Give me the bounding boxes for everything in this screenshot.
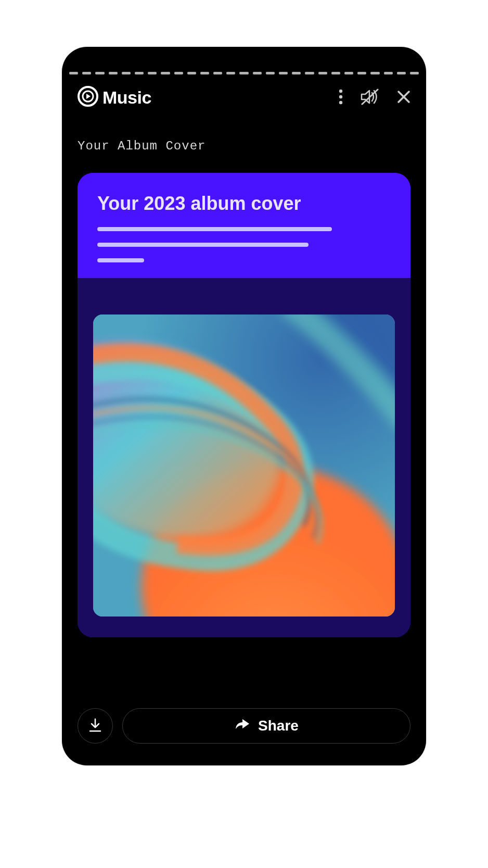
progress-segment <box>410 72 419 74</box>
more-vert-icon <box>339 89 343 106</box>
page-subtitle: Your Album Cover <box>62 114 426 157</box>
close-button[interactable] <box>397 90 410 105</box>
progress-segment <box>122 72 131 74</box>
svg-point-4 <box>339 100 342 104</box>
card-title: Your 2023 album cover <box>97 193 391 215</box>
progress-segment <box>213 72 222 74</box>
progress-segment <box>82 72 91 74</box>
progress-segment <box>161 72 170 74</box>
header: Music <box>62 74 426 114</box>
svg-point-2 <box>339 89 342 92</box>
progress-segment <box>109 72 118 74</box>
album-card: Your 2023 album cover <box>78 173 410 637</box>
progress-segment <box>174 72 183 74</box>
progress-segment <box>226 72 235 74</box>
share-button[interactable]: Share <box>122 708 410 744</box>
progress-segment <box>305 72 314 74</box>
header-actions <box>339 89 410 107</box>
app-logo[interactable]: Music <box>78 86 151 109</box>
share-arrow-icon <box>234 718 251 735</box>
progress-segment <box>397 72 406 74</box>
close-icon <box>397 90 410 105</box>
mute-button[interactable] <box>361 89 379 107</box>
progress-segment <box>344 72 353 74</box>
card-header: Your 2023 album cover <box>78 173 410 278</box>
progress-segment <box>69 72 78 74</box>
more-button[interactable] <box>339 89 343 106</box>
share-label: Share <box>258 718 299 734</box>
app-title: Music <box>102 87 151 108</box>
music-play-icon <box>78 86 98 109</box>
progress-segment <box>200 72 209 74</box>
album-cover-art[interactable] <box>93 315 395 617</box>
progress-segment <box>253 72 262 74</box>
card-body <box>78 278 410 637</box>
progress-segment <box>370 72 379 74</box>
placeholder-line <box>97 258 144 262</box>
progress-segment <box>239 72 248 74</box>
placeholder-line <box>97 243 309 247</box>
bottom-action-bar: Share <box>78 708 410 744</box>
progress-segment <box>95 72 104 74</box>
progress-segment <box>318 72 327 74</box>
download-button[interactable] <box>78 708 113 744</box>
progress-segment <box>331 72 340 74</box>
progress-segment <box>384 72 393 74</box>
progress-segment <box>266 72 275 74</box>
progress-segment <box>279 72 288 74</box>
progress-segment <box>148 72 157 74</box>
progress-segment <box>187 72 196 74</box>
progress-segment <box>292 72 301 74</box>
progress-segment <box>135 72 144 74</box>
download-icon <box>88 718 102 734</box>
volume-off-icon <box>361 89 379 107</box>
svg-point-3 <box>339 95 342 98</box>
phone-frame: Music <box>62 47 426 765</box>
placeholder-line <box>97 227 332 231</box>
progress-segment <box>357 72 366 74</box>
